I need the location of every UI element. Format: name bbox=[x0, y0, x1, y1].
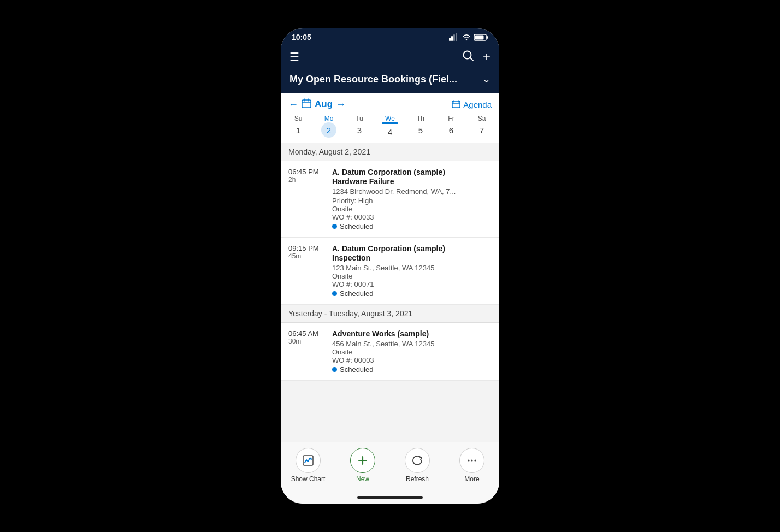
day-we[interactable]: We 4 bbox=[375, 113, 405, 143]
status-icons bbox=[449, 33, 488, 41]
month-label: Aug bbox=[315, 99, 333, 110]
home-bar bbox=[357, 496, 423, 499]
plus-icon bbox=[357, 454, 369, 466]
status-dot-1 bbox=[332, 224, 337, 229]
show-chart-button[interactable]: Show Chart bbox=[281, 448, 335, 483]
svg-rect-2 bbox=[453, 34, 455, 41]
new-icon-circle bbox=[350, 448, 375, 473]
status-dot-2 bbox=[332, 291, 337, 296]
booking-details-2: A. Datum Corporation (sample) Inspection… bbox=[332, 244, 492, 298]
svg-rect-5 bbox=[487, 36, 488, 39]
booking-status-1: Scheduled bbox=[332, 222, 492, 230]
booking-card-1[interactable]: 06:45 PM 2h A. Datum Corporation (sample… bbox=[281, 161, 499, 238]
svg-point-22 bbox=[471, 459, 472, 461]
day-fr[interactable]: Fr 6 bbox=[436, 113, 466, 143]
booking-time-1: 06:45 PM 2h bbox=[288, 168, 326, 230]
day-tu[interactable]: Tu 3 bbox=[344, 113, 375, 143]
chart-icon bbox=[302, 454, 314, 466]
status-bar: 10:05 bbox=[281, 28, 499, 45]
date-header-2: Yesterday - Tuesday, August 3, 2021 bbox=[281, 305, 499, 323]
signal-icon bbox=[449, 33, 459, 41]
date-header-1: Monday, August 2, 2021 bbox=[281, 143, 499, 161]
bookings-list: Monday, August 2, 2021 06:45 PM 2h A. Da… bbox=[281, 143, 499, 442]
cal-nav-left: ← Aug → bbox=[288, 98, 346, 110]
calendar-section: ← Aug → bbox=[281, 93, 499, 143]
status-time: 10:05 bbox=[292, 33, 311, 42]
svg-rect-6 bbox=[475, 35, 484, 39]
calendar-icon bbox=[302, 98, 311, 110]
home-indicator bbox=[281, 492, 499, 504]
hamburger-icon[interactable]: ☰ bbox=[289, 50, 299, 63]
refresh-icon bbox=[411, 454, 423, 466]
booking-card-3[interactable]: 06:45 AM 30m Adventure Works (sample) 45… bbox=[281, 323, 499, 381]
svg-rect-0 bbox=[449, 38, 451, 41]
header-left: ☰ bbox=[289, 50, 299, 63]
svg-point-23 bbox=[474, 459, 476, 461]
agenda-button[interactable]: Agenda bbox=[452, 100, 492, 109]
more-label: More bbox=[464, 475, 479, 483]
more-icon bbox=[466, 454, 478, 466]
title-bar: My Open Resource Bookings (Fiel... ⌄ bbox=[281, 71, 499, 93]
booking-details-3: Adventure Works (sample) 456 Main St., S… bbox=[332, 329, 492, 374]
wifi-icon bbox=[462, 33, 471, 41]
status-dot-3 bbox=[332, 367, 337, 372]
booking-status-3: Scheduled bbox=[332, 365, 492, 374]
calendar-nav: ← Aug → bbox=[281, 93, 499, 113]
booking-time-2: 09:15 PM 45m bbox=[288, 244, 326, 298]
next-month-button[interactable]: → bbox=[336, 99, 346, 110]
booking-card-2[interactable]: 09:15 PM 45m A. Datum Corporation (sampl… bbox=[281, 238, 499, 305]
svg-rect-1 bbox=[451, 36, 453, 41]
more-icon-circle bbox=[459, 448, 484, 473]
booking-status-2: Scheduled bbox=[332, 289, 492, 298]
agenda-label: Agenda bbox=[463, 100, 492, 109]
refresh-icon-circle bbox=[405, 448, 430, 473]
new-label: New bbox=[356, 475, 369, 483]
prev-month-button[interactable]: ← bbox=[288, 99, 298, 110]
show-chart-icon-circle bbox=[296, 448, 321, 473]
svg-rect-9 bbox=[302, 100, 311, 108]
refresh-button[interactable]: Refresh bbox=[390, 448, 445, 483]
booking-details-1: A. Datum Corporation (sample) Hardware F… bbox=[332, 168, 492, 230]
add-icon[interactable]: + bbox=[483, 49, 491, 64]
refresh-label: Refresh bbox=[406, 475, 429, 483]
page-title: My Open Resource Bookings (Fiel... bbox=[289, 74, 457, 85]
app-header: ☰ + bbox=[281, 45, 499, 71]
svg-rect-13 bbox=[452, 101, 460, 108]
battery-icon bbox=[474, 34, 488, 41]
bottom-toolbar: Show Chart New Refresh bbox=[281, 442, 499, 492]
chevron-down-icon[interactable]: ⌄ bbox=[482, 73, 491, 85]
day-mo[interactable]: Mo 2 bbox=[314, 113, 344, 143]
show-chart-label: Show Chart bbox=[291, 475, 326, 483]
search-icon[interactable] bbox=[462, 50, 474, 64]
week-days: Su 1 Mo 2 Tu 3 We 4 Th 5 Fr 6 bbox=[281, 113, 499, 143]
phone-frame: 10:05 ☰ bbox=[281, 28, 499, 504]
header-right: + bbox=[462, 49, 491, 64]
day-su[interactable]: Su 1 bbox=[283, 113, 314, 143]
svg-point-21 bbox=[468, 459, 469, 461]
more-button[interactable]: More bbox=[445, 448, 499, 483]
new-button[interactable]: New bbox=[335, 448, 390, 483]
svg-line-8 bbox=[470, 57, 473, 61]
day-sa[interactable]: Sa 7 bbox=[466, 113, 497, 143]
svg-rect-3 bbox=[456, 33, 457, 41]
booking-time-3: 06:45 AM 30m bbox=[288, 329, 326, 374]
day-th[interactable]: Th 5 bbox=[405, 113, 436, 143]
